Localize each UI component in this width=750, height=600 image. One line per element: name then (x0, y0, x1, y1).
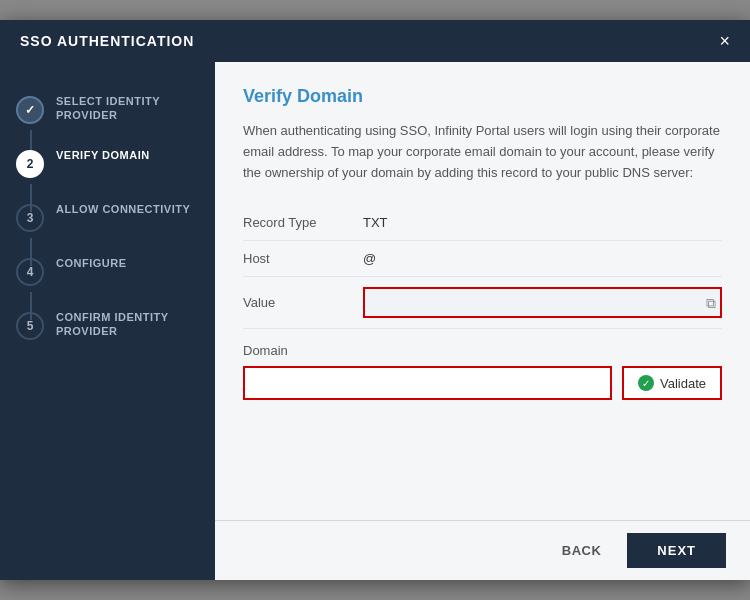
domain-input-row: ✓ Validate (243, 366, 722, 400)
sidebar-item-allow-connectivity[interactable]: 3 ALLOW CONNECTIVITY (0, 190, 215, 244)
validate-label: Validate (660, 376, 706, 391)
next-button[interactable]: NEXT (627, 533, 726, 568)
step-3-circle: 3 (16, 204, 44, 232)
step-2-label: VERIFY DOMAIN (56, 148, 150, 162)
sidebar-item-verify-domain[interactable]: 2 VERIFY DOMAIN (0, 136, 215, 190)
sso-modal: SSO AUTHENTICATION × ✓ SELECT IDENTITYPR… (0, 20, 750, 580)
content-description: When authenticating using SSO, Infinity … (243, 121, 722, 183)
record-type-value: TXT (363, 215, 388, 230)
sidebar: ✓ SELECT IDENTITYPROVIDER 2 VERIFY DOMAI… (0, 62, 215, 580)
step-1-circle: ✓ (16, 96, 44, 124)
sidebar-item-configure[interactable]: 4 CONFIGURE (0, 244, 215, 298)
back-button[interactable]: BACK (548, 537, 616, 564)
content-title: Verify Domain (243, 86, 722, 107)
step-4-label: CONFIGURE (56, 256, 127, 270)
host-label: Host (243, 251, 363, 266)
value-input-wrapper: ⧉ (363, 287, 722, 318)
value-label: Value (243, 295, 363, 310)
record-type-row: Record Type TXT (243, 205, 722, 241)
value-row: Value ⧉ (243, 277, 722, 329)
domain-input[interactable] (243, 366, 612, 400)
modal-header: SSO AUTHENTICATION × (0, 20, 750, 62)
value-input[interactable] (363, 287, 722, 318)
step-3-label: ALLOW CONNECTIVITY (56, 202, 190, 216)
step-1-label: SELECT IDENTITYPROVIDER (56, 94, 160, 123)
modal-body: ✓ SELECT IDENTITYPROVIDER 2 VERIFY DOMAI… (0, 62, 750, 580)
domain-row: Domain ✓ Validate (243, 329, 722, 414)
close-button[interactable]: × (719, 32, 730, 50)
validate-check-icon: ✓ (638, 375, 654, 391)
step-2-circle: 2 (16, 150, 44, 178)
sidebar-item-confirm-idp[interactable]: 5 CONFIRM IDENTITYPROVIDER (0, 298, 215, 352)
domain-label: Domain (243, 343, 288, 358)
copy-icon[interactable]: ⧉ (706, 294, 716, 311)
modal-title: SSO AUTHENTICATION (20, 33, 194, 49)
sidebar-item-select-idp[interactable]: ✓ SELECT IDENTITYPROVIDER (0, 82, 215, 136)
record-type-label: Record Type (243, 215, 363, 230)
content-area: Verify Domain When authenticating using … (215, 62, 750, 520)
step-4-circle: 4 (16, 258, 44, 286)
modal-footer: BACK NEXT (215, 520, 750, 580)
step-5-label: CONFIRM IDENTITYPROVIDER (56, 310, 169, 339)
step-5-circle: 5 (16, 312, 44, 340)
main-content: Verify Domain When authenticating using … (215, 62, 750, 580)
host-value: @ (363, 251, 376, 266)
validate-button[interactable]: ✓ Validate (622, 366, 722, 400)
host-row: Host @ (243, 241, 722, 277)
